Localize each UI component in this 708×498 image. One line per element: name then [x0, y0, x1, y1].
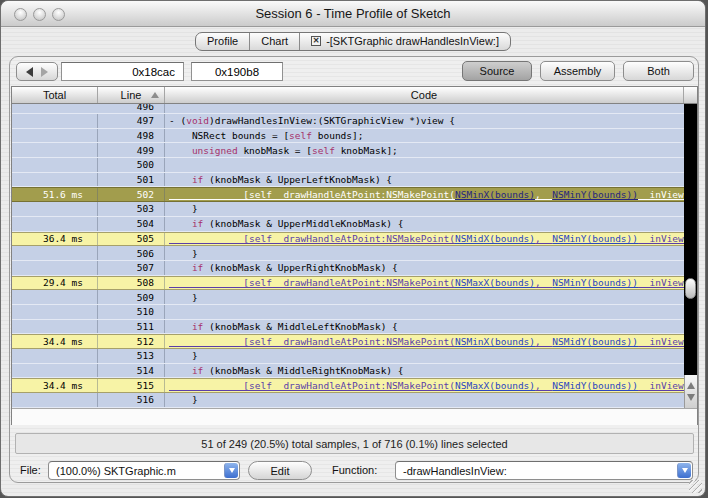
line-number-cell: 498	[98, 129, 165, 143]
scroll-up-icon[interactable]	[687, 382, 695, 389]
minimize-window-icon[interactable]	[33, 8, 46, 21]
table-row[interactable]: 29.4 ms508 [self drawHandleAtPoint:NSMak…	[12, 276, 686, 291]
table-row[interactable]: 51.6 ms502 [self drawHandleAtPoint:NSMak…	[12, 187, 686, 202]
file-popup[interactable]: (100.0%) SKTGraphic.m	[48, 461, 240, 480]
code-link[interactable]: inView:view];	[638, 233, 686, 246]
code-linkfn[interactable]: NSMaxX(bounds)	[455, 379, 535, 392]
code-link[interactable]: [self drawHandleAtPoint:NSMakePoint(	[169, 335, 455, 348]
table-row[interactable]: 503 }	[12, 202, 686, 217]
table-row[interactable]: 507 if (knobMask & UpperRightKnobMask) {	[12, 261, 686, 276]
code-text: }	[169, 247, 198, 260]
code-cell: [self drawHandleAtPoint:NSMakePoint(NSMi…	[165, 335, 686, 348]
table-row[interactable]: 36.4 ms505 [self drawHandleAtPoint:NSMak…	[12, 232, 686, 247]
scrollbar-thumb[interactable]	[685, 278, 696, 299]
code-cell: [self drawHandleAtPoint:NSMakePoint(NSMa…	[165, 277, 686, 290]
code-linkfn[interactable]: NSMinX(bounds)	[455, 335, 535, 348]
total-cell: 34.4 ms	[12, 335, 98, 348]
code-linkfn[interactable]: NSMidX(bounds)	[455, 233, 535, 246]
function-popup[interactable]: -drawHandlesInView:	[395, 461, 693, 480]
code-link[interactable]: [self drawHandleAtPoint:NSMakePoint(	[169, 277, 455, 290]
code-linkfn[interactable]: NSMinX(bounds)	[455, 188, 535, 201]
scrollbar-track[interactable]	[684, 104, 697, 375]
table-row[interactable]: 510	[12, 305, 686, 320]
total-cell	[12, 129, 98, 143]
assembly-button[interactable]: Assembly	[540, 61, 615, 81]
close-window-icon[interactable]	[14, 8, 27, 21]
table-row[interactable]: 514 if (knobMask & MiddleRightKnobMask) …	[12, 364, 686, 379]
tab-code-browser[interactable]: ✕ -[SKTGraphic drawHandlesInView:]	[300, 33, 510, 50]
table-row[interactable]: 506 }	[12, 246, 686, 261]
code-link[interactable]: [self drawHandleAtPoint:NSMakePoint(	[169, 379, 455, 392]
address-start-input[interactable]	[61, 62, 184, 81]
code-rows: 496497- (void)drawHandlesInView:(SKTGrap…	[12, 104, 686, 408]
code-keyword: void	[186, 114, 209, 127]
popup-arrow-icon[interactable]	[677, 463, 691, 478]
table-row[interactable]: 513 }	[12, 349, 686, 364]
popup-arrow-icon[interactable]	[224, 463, 238, 478]
app-window: Session 6 - Time Profile of Sketch Profi…	[0, 0, 706, 497]
code-text: (knobMask & MiddleLeftKnobMask) {	[203, 320, 397, 333]
column-header-line[interactable]: Line	[98, 87, 165, 103]
table-row[interactable]: 500	[12, 158, 686, 173]
line-number-cell: 502	[98, 188, 165, 201]
column-header-code[interactable]: Code	[165, 87, 684, 103]
code-link[interactable]: inView:view];	[638, 335, 686, 348]
title-bar[interactable]: Session 6 - Time Profile of Sketch	[1, 1, 705, 27]
code-cell: - (void)drawHandlesInView:(SKTGraphicVie…	[165, 114, 686, 128]
code-link[interactable]: ,	[535, 379, 552, 392]
code-linkfn[interactable]: NSMinY(bounds))	[552, 233, 638, 246]
tab-chart[interactable]: Chart	[250, 33, 300, 50]
both-button[interactable]: Both	[623, 61, 694, 81]
code-linkfn[interactable]: NSMinY(bounds))	[552, 188, 638, 201]
resize-grip[interactable]	[689, 480, 702, 493]
vertical-scrollbar[interactable]	[684, 104, 697, 408]
address-end-input[interactable]	[191, 62, 283, 81]
table-row[interactable]: 504 if (knobMask & UpperMiddleKnobMask) …	[12, 217, 686, 232]
line-number-cell: 512	[98, 335, 165, 348]
table-row[interactable]: 501 if (knobMask & UpperLeftKnobMask) {	[12, 173, 686, 188]
code-link[interactable]: ,	[535, 233, 552, 246]
horizontal-scrollbar-track[interactable]	[12, 408, 697, 425]
back-icon[interactable]	[26, 67, 33, 77]
close-tab-icon[interactable]: ✕	[311, 36, 321, 46]
code-link[interactable]: ,	[535, 188, 552, 201]
code-link[interactable]: inView:view];	[638, 277, 686, 290]
code-link[interactable]: inView:view];	[638, 379, 686, 392]
code-cell: unsigned knobMask = [self knobMask];	[165, 143, 686, 157]
source-button[interactable]: Source	[462, 61, 532, 81]
code-link[interactable]: ,	[535, 277, 552, 290]
code-linkfn[interactable]: NSMidY(bounds))	[552, 379, 638, 392]
back-forward-button[interactable]	[16, 62, 58, 81]
code-text	[169, 217, 192, 230]
code-text	[169, 320, 192, 333]
zoom-window-icon[interactable]	[52, 8, 65, 21]
total-cell	[12, 158, 98, 172]
scroll-down-icon[interactable]	[687, 394, 695, 401]
table-row[interactable]: 499 unsigned knobMask = [self knobMask];	[12, 143, 686, 158]
table-row[interactable]: 496	[12, 104, 686, 114]
code-link[interactable]: [self drawHandleAtPoint:NSMakePoint(	[169, 188, 455, 201]
code-linkfn[interactable]: NSMinY(bounds))	[552, 277, 638, 290]
total-cell	[12, 261, 98, 275]
code-link[interactable]: [self drawHandleAtPoint:NSMakePoint(	[169, 233, 455, 246]
table-row[interactable]: 34.4 ms512 [self drawHandleAtPoint:NSMak…	[12, 334, 686, 349]
code-linkfn[interactable]: NSMidY(bounds))	[552, 335, 638, 348]
code-link[interactable]: ,	[535, 335, 552, 348]
code-text: - (	[169, 114, 186, 127]
table-row[interactable]: 516 }	[12, 393, 686, 408]
code-keyword: self	[289, 129, 312, 142]
table-row[interactable]: 509 }	[12, 290, 686, 305]
total-cell	[12, 217, 98, 231]
edit-button[interactable]: Edit	[248, 461, 312, 480]
table-row[interactable]: 498 NSRect bounds = [self bounds];	[12, 129, 686, 144]
table-row[interactable]: 34.4 ms515 [self drawHandleAtPoint:NSMak…	[12, 378, 686, 393]
code-cell: if (knobMask & MiddleLeftKnobMask) {	[165, 320, 686, 334]
forward-icon[interactable]	[41, 67, 48, 77]
tab-profile[interactable]: Profile	[196, 33, 250, 50]
table-row[interactable]: 497- (void)drawHandlesInView:(SKTGraphic…	[12, 114, 686, 129]
code-cell: }	[165, 246, 686, 260]
table-row[interactable]: 511 if (knobMask & MiddleLeftKnobMask) {	[12, 320, 686, 335]
code-link[interactable]: inView:view];	[638, 188, 686, 201]
column-header-total[interactable]: Total	[12, 87, 98, 103]
code-linkfn[interactable]: NSMaxX(bounds)	[455, 277, 535, 290]
